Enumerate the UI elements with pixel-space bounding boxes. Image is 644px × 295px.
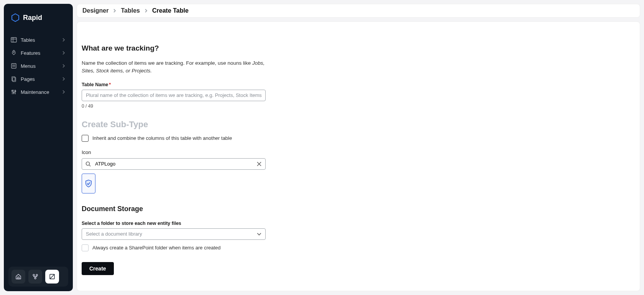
sidebar-item-features[interactable]: Features	[6, 47, 71, 59]
svg-line-21	[50, 274, 54, 279]
table-name-counter: 0 / 49	[82, 103, 266, 109]
table-name-label: Table Name*	[82, 82, 266, 87]
sidebar-item-label: Tables	[21, 37, 58, 43]
pages-icon	[11, 76, 17, 82]
sidebar-item-label: Features	[21, 50, 58, 56]
table-icon	[11, 37, 17, 43]
breadcrumb-tables[interactable]: Tables	[121, 7, 140, 14]
svg-point-17	[33, 274, 34, 276]
chevron-right-icon	[61, 38, 66, 42]
svg-rect-16	[18, 277, 19, 279]
icon-result-tile[interactable]	[82, 174, 95, 193]
chevron-down-icon	[256, 231, 262, 237]
tracking-heading: What are we tracking?	[82, 44, 266, 52]
search-icon	[85, 161, 91, 167]
tray-designer-button[interactable]	[45, 270, 59, 284]
tracking-helper-prefix: Name the collection of items we are trac…	[82, 60, 252, 66]
sidebar-nav: Tables Features Menus	[4, 34, 73, 98]
brand-hex-icon	[11, 13, 20, 22]
tray-home-button[interactable]	[12, 270, 25, 284]
sidebar-item-label: Pages	[21, 76, 58, 82]
chevron-right-icon	[112, 8, 117, 13]
subtype-heading: Create Sub-Type	[82, 120, 266, 129]
sidebar-item-label: Maintenance	[21, 89, 58, 95]
sliders-icon	[11, 89, 17, 95]
rocket-icon	[11, 50, 17, 56]
brand-name: Rapid	[23, 14, 42, 22]
brand-logo: Rapid	[4, 4, 73, 34]
svg-line-23	[89, 165, 90, 166]
document-library-select[interactable]: Select a document library	[82, 228, 266, 240]
sidebar-item-pages[interactable]: Pages	[6, 73, 71, 85]
svg-marker-0	[12, 14, 19, 21]
svg-rect-5	[12, 64, 16, 68]
chevron-right-icon	[61, 51, 66, 55]
inherit-checkbox[interactable]	[82, 135, 89, 142]
document-library-placeholder: Select a document library	[86, 231, 142, 237]
svg-point-22	[86, 162, 90, 165]
svg-point-4	[13, 52, 14, 52]
icon-field-label: Icon	[82, 149, 266, 155]
create-button[interactable]: Create	[82, 262, 114, 275]
tray-tree-button[interactable]	[28, 270, 42, 284]
sidebar-item-tables[interactable]: Tables	[6, 34, 71, 46]
sidebar-item-label: Menus	[21, 63, 58, 69]
chevron-right-icon	[144, 8, 148, 13]
clear-icon[interactable]	[256, 161, 262, 167]
folder-select-label: Select a folder to store each new entity…	[82, 221, 266, 226]
svg-point-19	[34, 277, 36, 279]
sharepoint-checkbox[interactable]	[82, 244, 89, 251]
sidebar-bottom-tray	[4, 262, 73, 291]
inherit-label: Inherit and combine the columns of this …	[92, 135, 232, 141]
breadcrumb: Designer Tables Create Table	[77, 4, 640, 18]
sidebar-item-menus[interactable]: Menus	[6, 60, 71, 72]
required-asterisk: *	[109, 82, 111, 87]
sidebar-item-maintenance[interactable]: Maintenance	[6, 86, 71, 98]
sidebar: Rapid Tables Features Menus	[4, 4, 73, 291]
chevron-right-icon	[61, 77, 66, 81]
tracking-helper: Name the collection of items we are trac…	[82, 59, 266, 75]
table-name-input[interactable]	[82, 90, 266, 101]
sharepoint-label: Always create a SharePoint folder when i…	[92, 245, 221, 251]
svg-rect-1	[11, 38, 16, 42]
breadcrumb-designer[interactable]: Designer	[82, 7, 108, 14]
icon-search-input[interactable]	[82, 158, 266, 170]
chevron-right-icon	[61, 64, 66, 68]
svg-point-18	[36, 274, 38, 276]
doc-storage-heading: Document Storage	[82, 205, 266, 213]
main-panel: What are we tracking? Name the collectio…	[77, 21, 640, 291]
chevron-right-icon	[61, 90, 66, 94]
list-icon	[11, 63, 17, 69]
breadcrumb-current: Create Table	[152, 7, 189, 14]
